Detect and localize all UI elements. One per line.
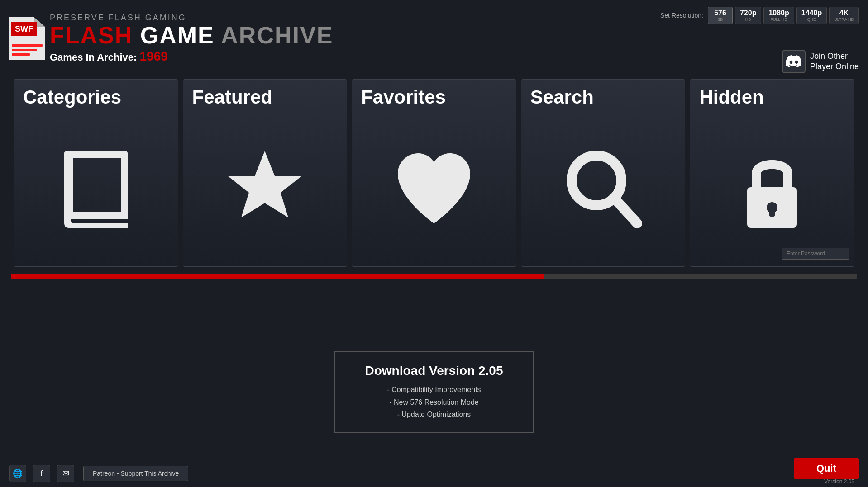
version-text: Version 2.05 (824, 478, 854, 485)
svg-line-9 (615, 199, 637, 223)
hidden-input-area (695, 248, 849, 260)
hidden-title: Hidden (690, 80, 763, 113)
join-online-text: Join OtherPlayer Online (810, 51, 859, 72)
download-box: Download Version 2.05 - Compatibility Im… (334, 351, 534, 433)
res-4k-button[interactable]: 4K ULTRA HD (829, 7, 859, 24)
app-title: FLASH GAME ARCHIVE (50, 24, 333, 47)
featured-icon (183, 113, 347, 266)
res-1080p-button[interactable]: 1080p FULL HD (763, 7, 794, 24)
quit-button[interactable]: Quit (794, 458, 859, 479)
search-title: Search (521, 80, 594, 113)
categories-icon (14, 113, 178, 266)
facebook-icon[interactable]: f (33, 465, 50, 482)
svg-rect-12 (769, 208, 775, 217)
res-576-button[interactable]: 576 SD (708, 7, 733, 24)
svg-text:SWF: SWF (15, 24, 33, 33)
svg-rect-4 (12, 44, 43, 47)
games-label: Games In Archive: (50, 52, 137, 63)
categories-card[interactable]: Categories (14, 79, 178, 267)
email-icon[interactable]: ✉ (57, 465, 74, 482)
title-text: PRESERVE FLASH GAMING FLASH GAME ARCHIVE… (50, 13, 333, 64)
download-notes: - Compatibility Improvements - New 576 R… (362, 383, 506, 421)
logo-area: SWF PRESERVE FLASH GAMING FLASH GAME ARC… (9, 13, 333, 64)
search-icon (521, 113, 685, 266)
swf-file-icon: SWF (9, 17, 45, 60)
hidden-card[interactable]: Hidden (690, 79, 854, 267)
resolution-label: Set Resolution: (660, 12, 703, 19)
download-note-3: - Update Optimizations (362, 408, 506, 421)
games-number: 1969 (140, 49, 168, 63)
hidden-icon (690, 113, 854, 266)
progress-bar-fill (11, 274, 544, 279)
join-online-button[interactable]: Join OtherPlayer Online (782, 50, 859, 73)
favorites-icon (352, 113, 516, 266)
res-1440p-button[interactable]: 1440p QHD (796, 7, 827, 24)
featured-card[interactable]: Featured (183, 79, 348, 267)
svg-marker-7 (228, 151, 302, 217)
password-input[interactable] (782, 248, 849, 260)
patreon-button[interactable]: Patreon - Support This Archive (83, 466, 188, 481)
download-note-2: - New 576 Resolution Mode (362, 396, 506, 408)
footer-icons: 🌐 f ✉ Patreon - Support This Archive (9, 465, 188, 482)
favorites-title: Favorites (352, 80, 446, 113)
download-note-1: - Compatibility Improvements (362, 383, 506, 396)
svg-rect-6 (12, 53, 30, 56)
resolution-area: Set Resolution: 576 SD 720p HD 1080p FUL… (660, 7, 859, 24)
favorites-card[interactable]: Favorites (352, 79, 516, 267)
nav-cards: Categories Featured Favorites (0, 79, 868, 267)
footer: 🌐 f ✉ Patreon - Support This Archive Qui… (0, 460, 868, 487)
globe-icon[interactable]: 🌐 (9, 465, 26, 482)
preserve-text: PRESERVE FLASH GAMING (50, 13, 333, 23)
res-720p-button[interactable]: 720p HD (735, 7, 761, 24)
featured-title: Featured (183, 80, 272, 113)
download-title: Download Version 2.05 (362, 364, 506, 378)
search-card[interactable]: Search (521, 79, 686, 267)
header: SWF PRESERVE FLASH GAMING FLASH GAME ARC… (0, 0, 868, 77)
progress-bar-area (11, 274, 857, 279)
categories-title: Categories (14, 80, 121, 113)
discord-icon (782, 50, 806, 73)
svg-rect-5 (12, 49, 37, 51)
games-count: Games In Archive: 1969 (50, 49, 333, 64)
